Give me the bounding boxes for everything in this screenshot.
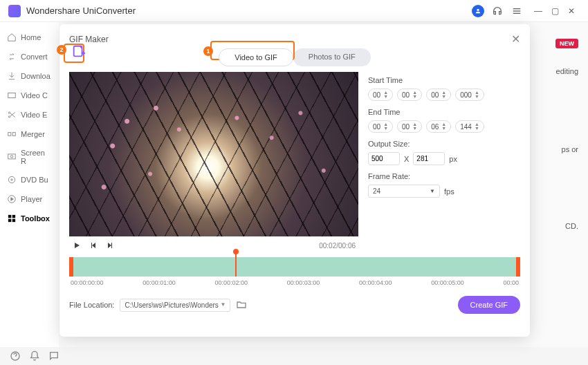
tab-video-to-gif[interactable]: Video to GIF — [219, 48, 293, 66]
x-separator: X — [404, 155, 409, 163]
add-file-button[interactable] — [71, 44, 87, 60]
sidebar-item-label: Home — [21, 33, 41, 41]
annotation-number-2: 2 — [57, 45, 66, 55]
modal-title: GIF Maker — [69, 35, 109, 44]
merge-icon — [7, 129, 17, 139]
frame-rate-select[interactable]: 24▼ — [368, 185, 440, 198]
app-logo — [8, 5, 21, 17]
svg-point-12 — [11, 179, 12, 180]
sidebar-item-screen-record[interactable]: Screen R — [0, 144, 59, 170]
sidebar-item-label: Screen R — [21, 149, 52, 165]
bg-text-fragment: ps or — [562, 145, 578, 153]
chevron-down-icon: ▼ — [430, 188, 435, 194]
frame-rate-label: Frame Rate: — [368, 172, 520, 180]
timeline-ticks: 00:00:00:00 00:00:01:00 00:00:02:00 00:0… — [69, 279, 520, 286]
sidebar-item-label: Video C — [21, 91, 48, 100]
start-ms-stepper[interactable]: 000▲▼ — [455, 88, 484, 101]
record-icon — [7, 152, 17, 162]
chevron-down-icon: ▼ — [221, 301, 226, 309]
convert-icon — [7, 52, 17, 62]
output-size-label: Output Size: — [368, 140, 520, 148]
next-frame-button[interactable] — [105, 241, 115, 250]
hamburger-menu-icon[interactable] — [511, 5, 523, 17]
settings-panel: Start Time 00▲▼ 00▲▼ 00▲▼ 000▲▼ End Time… — [368, 72, 520, 250]
title-bar: Wondershare UniConverter — ▢ ✕ — [0, 0, 588, 22]
home-icon — [7, 32, 17, 42]
help-icon[interactable] — [10, 350, 21, 362]
tick-label: 00:00:03:00 — [287, 279, 320, 286]
scissors-icon — [7, 110, 17, 120]
sidebar-item-label: Downloa — [21, 72, 50, 80]
svg-point-5 — [8, 112, 10, 113]
sidebar-item-convert[interactable]: Convert — [0, 47, 59, 66]
play-button[interactable] — [72, 241, 82, 250]
output-height-input[interactable] — [413, 152, 445, 165]
svg-rect-16 — [8, 219, 11, 222]
tick-label: 00:00:00:00 — [71, 279, 104, 286]
previous-frame-button[interactable] — [89, 241, 98, 250]
app-title: Wondershare UniConverter — [26, 6, 136, 16]
sidebar-item-label: Merger — [21, 130, 45, 138]
bg-text-fragment: editing — [556, 67, 578, 75]
sidebar-item-video-edit[interactable]: Video E — [0, 105, 59, 124]
start-hours-stepper[interactable]: 00▲▼ — [368, 88, 393, 101]
timeline-track[interactable] — [69, 257, 520, 277]
download-icon — [7, 71, 17, 81]
sidebar-item-toolbox[interactable]: Toolbox — [0, 209, 59, 228]
end-time-label: End Time — [368, 108, 520, 116]
sidebar-item-video-compress[interactable]: Video C — [0, 86, 59, 105]
end-seconds-stepper[interactable]: 06▲▼ — [426, 120, 451, 133]
footer-bar — [0, 347, 69, 365]
gif-maker-modal: GIF Maker ✕ 2 Video to GIF Photos to GIF… — [59, 24, 530, 337]
tick-label: 00:00:05:00 — [431, 279, 464, 286]
tick-label: 00:00 — [503, 279, 519, 286]
svg-rect-4 — [8, 93, 16, 98]
video-compress-icon — [7, 91, 17, 100]
toolbox-icon — [7, 214, 17, 223]
sidebar-item-home[interactable]: Home — [0, 28, 59, 47]
mode-tabs: Video to GIF Photos to GIF — [69, 48, 520, 66]
file-location-select[interactable]: C:\Users\ws\Pictures\Wonders▼ — [120, 299, 230, 312]
end-ms-stepper[interactable]: 144▲▼ — [455, 120, 484, 133]
annotation-number-1: 1 — [203, 46, 213, 56]
feedback-icon[interactable] — [48, 350, 59, 362]
timeline: 00:00:00:00 00:00:01:00 00:00:02:00 00:0… — [69, 257, 520, 286]
minimize-button[interactable]: — — [530, 6, 546, 16]
end-minutes-stepper[interactable]: 00▲▼ — [397, 120, 422, 133]
svg-rect-7 — [8, 133, 11, 136]
tab-photos-to-gif[interactable]: Photos to GIF — [293, 48, 371, 66]
tick-label: 00:00:04:00 — [359, 279, 392, 286]
close-modal-button[interactable]: ✕ — [511, 32, 520, 46]
start-minutes-stepper[interactable]: 00▲▼ — [397, 88, 422, 101]
end-hours-stepper[interactable]: 00▲▼ — [368, 120, 393, 133]
sidebar-item-download[interactable]: Downloa — [0, 66, 59, 86]
play-circle-icon — [7, 194, 17, 204]
output-width-input[interactable] — [368, 152, 400, 165]
close-window-button[interactable]: ✕ — [563, 6, 580, 16]
svg-rect-8 — [12, 133, 15, 136]
support-icon[interactable] — [491, 5, 504, 17]
sidebar-item-dvd-burn[interactable]: DVD Bu — [0, 170, 59, 189]
sidebar-item-label: Toolbox — [21, 214, 50, 223]
tick-label: 00:00:01:00 — [143, 279, 176, 286]
svg-rect-15 — [12, 215, 15, 218]
maximize-button[interactable]: ▢ — [546, 6, 563, 16]
bg-text-fragment: CD. — [565, 222, 578, 230]
open-folder-button[interactable] — [236, 299, 247, 310]
playhead[interactable] — [235, 252, 237, 277]
video-preview[interactable] — [69, 72, 358, 236]
sidebar-item-player[interactable]: Player — [0, 189, 59, 209]
file-location-label: File Location: — [69, 301, 114, 309]
player-time: 00:02/00:06 — [319, 242, 356, 250]
create-gif-button[interactable]: Create GIF — [458, 296, 520, 314]
new-badge: NEW — [555, 39, 578, 48]
sidebar-item-label: DVD Bu — [21, 176, 48, 184]
sidebar-item-merger[interactable]: Merger — [0, 124, 59, 144]
bell-icon[interactable] — [29, 350, 40, 362]
user-avatar-icon[interactable] — [472, 5, 484, 17]
sidebar-nav: Home Convert Downloa Video C Video E Mer… — [0, 22, 59, 347]
disc-icon — [7, 175, 17, 185]
svg-rect-9 — [8, 154, 16, 159]
start-seconds-stepper[interactable]: 00▲▼ — [426, 88, 451, 101]
sidebar-item-label: Video E — [21, 111, 47, 119]
